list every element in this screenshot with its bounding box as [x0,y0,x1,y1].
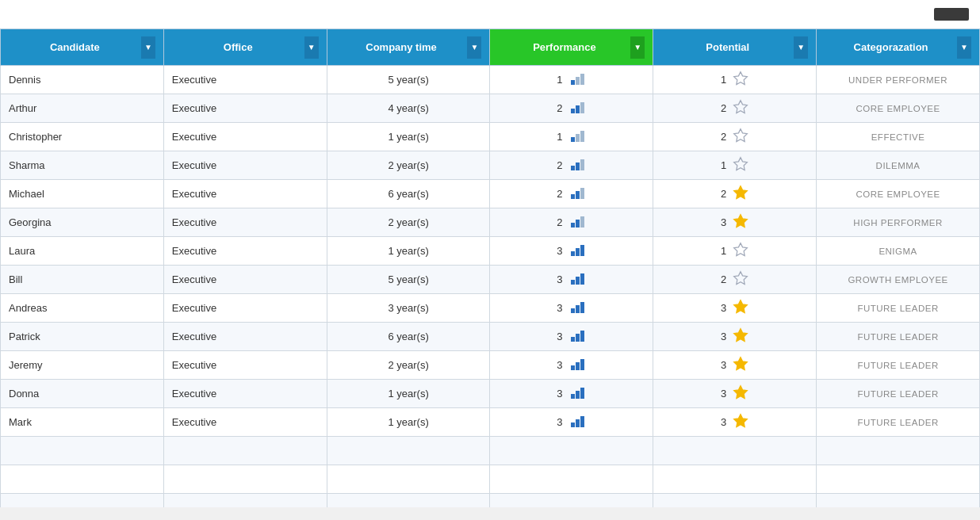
dropdown-categorazation[interactable]: ▼ [957,36,971,59]
dropdown-performance[interactable]: ▼ [630,36,645,59]
svg-rect-21 [576,220,580,228]
svg-rect-10 [580,131,584,142]
potential-value: 3 [721,416,726,428]
svg-rect-25 [576,248,580,256]
svg-rect-46 [580,388,584,399]
potential-star-icon [733,213,748,231]
svg-marker-15 [734,158,748,170]
svg-rect-40 [571,365,575,370]
empty-row [1,494,980,508]
table-row: GeorginaExecutive2 year(s)23 HIGH PERFOR… [1,208,980,237]
performance-cell: 2 [490,180,653,208]
performance-value: 2 [557,102,562,114]
office-cell: Executive [163,323,327,351]
potential-cell: 2 [653,266,817,294]
candidate-cell: Andreas [1,294,164,323]
performance-value: 3 [557,359,562,371]
svg-rect-14 [580,159,584,170]
empty-cell [1,494,164,508]
dropdown-office[interactable]: ▼ [304,36,319,59]
svg-marker-31 [734,272,748,285]
category-cell: FUTURE LEADER [817,351,980,380]
office-cell: Executive [163,237,327,266]
category-cell: ENIGMA [817,237,980,266]
potential-cell: 1 [653,237,817,266]
empty-cell [490,494,653,508]
empty-cell [817,494,980,508]
category-cell: CORE EMPLOYEE [817,180,980,208]
svg-marker-23 [734,215,748,228]
office-cell: Executive [163,408,327,437]
potential-value: 3 [721,216,726,228]
performance-chart-icon [569,158,587,173]
svg-rect-44 [571,394,575,399]
performance-value: 3 [557,302,562,314]
svg-rect-18 [580,188,584,199]
potential-value: 3 [721,359,726,371]
potential-star-icon [733,156,748,174]
performance-cell: 2 [490,208,653,237]
category-cell: CORE EMPLOYEE [817,94,980,123]
dropdown-company_time[interactable]: ▼ [467,36,481,59]
company-time-cell: 3 year(s) [327,294,490,323]
empty-cell [490,465,653,494]
th-company_time: Company time▼ [327,29,490,66]
performance-chart-icon [569,386,587,401]
potential-star-icon [733,71,748,89]
svg-marker-19 [734,186,748,199]
table-body: DennisExecutive5 year(s)11 UNDER PERFORM… [1,66,980,508]
table-row: ChristopherExecutive1 year(s)12 EFFECTIV… [1,123,980,151]
potential-value: 2 [721,273,726,285]
performance-cell: 3 [490,266,653,294]
office-cell: Executive [163,351,327,380]
candidate-cell: Michael [1,180,164,208]
candidate-cell: Donna [1,380,164,408]
table-wrapper: Candidate▼Office▼Company time▼Performanc… [0,29,980,507]
th-performance: Performance▼ [490,29,653,66]
performance-value: 3 [557,273,562,285]
svg-rect-42 [580,359,584,370]
potential-star-icon [733,384,748,403]
th-label-office: Office [172,41,304,53]
performance-chart-icon [569,215,587,230]
th-label-candidate: Candidate [9,41,141,53]
dropdown-potential[interactable]: ▼ [794,36,808,59]
back-button[interactable] [934,8,969,21]
table-header-row: Candidate▼Office▼Company time▼Performanc… [1,29,980,66]
svg-rect-48 [571,422,575,427]
company-time-cell: 2 year(s) [327,208,490,237]
empty-cell [163,494,327,508]
potential-value: 3 [721,302,726,314]
candidate-cell: Jeremy [1,351,164,380]
performance-cell: 3 [490,408,653,437]
svg-rect-24 [571,251,575,256]
potential-cell: 3 [653,408,817,437]
dropdown-candidate[interactable]: ▼ [141,36,155,59]
potential-value: 3 [721,331,726,342]
potential-cell: 3 [653,380,817,408]
svg-marker-51 [734,415,748,427]
svg-rect-37 [576,334,580,342]
potential-cell: 3 [653,208,817,237]
empty-cell [1,465,164,494]
potential-cell: 3 [653,351,817,380]
svg-rect-28 [571,280,575,285]
empty-cell [163,437,327,465]
th-label-potential: Potential [661,41,794,53]
empty-cell [653,494,817,508]
performance-cell: 2 [490,94,653,123]
empty-cell [327,465,490,494]
empty-cell [817,465,980,494]
potential-cell: 2 [653,94,817,123]
performance-value: 3 [557,245,562,257]
candidate-cell: Sharma [1,151,164,180]
table-row: AndreasExecutive3 year(s)33 FUTURE LEADE… [1,294,980,323]
table-row: LauraExecutive1 year(s)31 ENIGMA [1,237,980,266]
potential-cell: 2 [653,123,817,151]
performance-value: 2 [557,159,562,171]
potential-value: 3 [721,388,726,400]
th-label-categorazation: Categorazation [825,41,957,53]
performance-value: 1 [557,74,562,86]
empty-cell [817,437,980,465]
svg-rect-2 [580,74,584,85]
